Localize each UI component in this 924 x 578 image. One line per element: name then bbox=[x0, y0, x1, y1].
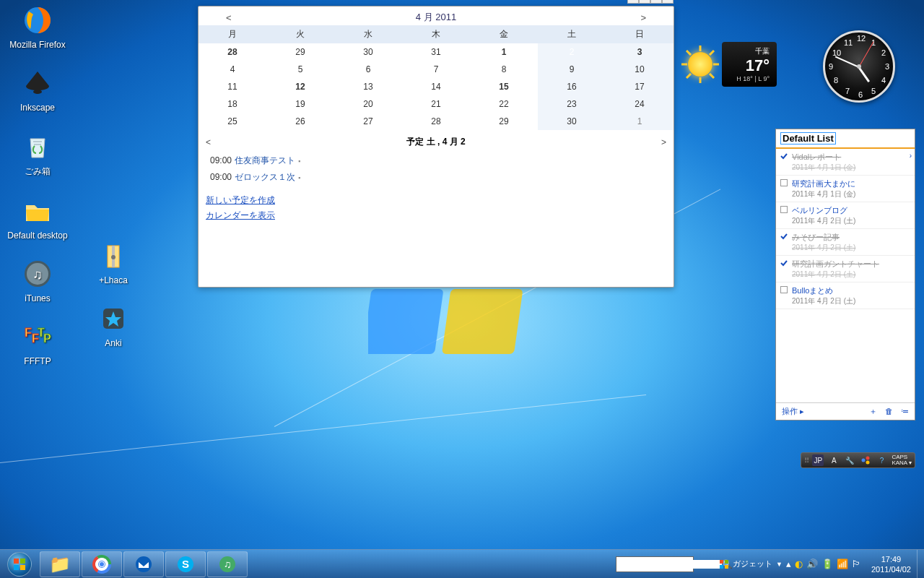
search-box[interactable]: 🔍 bbox=[616, 556, 694, 572]
calendar-day[interactable]: 18 bbox=[199, 95, 266, 113]
desktop-icon-itunes[interactable]: ♫iTunes bbox=[3, 256, 72, 303]
calendar-day[interactable]: 21 bbox=[402, 95, 470, 113]
calendar-day[interactable]: 2 bbox=[538, 43, 606, 61]
delete-icon[interactable]: 🗑 bbox=[885, 407, 893, 415]
show-desktop[interactable] bbox=[917, 550, 924, 579]
calendar-day[interactable]: 9 bbox=[538, 61, 606, 78]
calendar-day[interactable]: 13 bbox=[334, 78, 402, 95]
add-icon[interactable]: ＋ bbox=[869, 407, 877, 415]
calendar-day[interactable]: 1 bbox=[606, 113, 674, 130]
taskbar-chrome[interactable] bbox=[82, 551, 122, 577]
calendar-day[interactable]: 11 bbox=[199, 78, 266, 95]
calendar-day[interactable]: 12 bbox=[266, 78, 334, 95]
calendar-day[interactable]: 10 bbox=[606, 61, 674, 78]
chevron-right-icon[interactable]: › bbox=[910, 152, 912, 160]
calendar-day[interactable]: 31 bbox=[402, 43, 470, 61]
calendar-next-btn[interactable]: › bbox=[639, 0, 650, 4]
calendar-day[interactable]: 6 bbox=[334, 61, 402, 78]
clock-gadget[interactable]: 12 3 6 9 1 2 4 5 7 8 10 11 bbox=[823, 30, 895, 103]
tray-gadget-label[interactable]: ガジェット bbox=[733, 558, 772, 569]
calendar-day[interactable]: 5 bbox=[266, 61, 334, 78]
tray-shield-icon[interactable]: ◐ bbox=[795, 558, 803, 569]
weather-gadget[interactable]: 千葉 17° H 18° | L 9° bbox=[679, 39, 787, 90]
tray-up2-icon[interactable]: ▴ bbox=[786, 558, 791, 569]
ime-google-icon[interactable] bbox=[860, 454, 871, 466]
calendar-prev-btn[interactable]: ‹ bbox=[627, 0, 639, 4]
agenda-event[interactable]: 09:00住友商事テスト▪ bbox=[206, 152, 666, 169]
calendar-min-btn[interactable]: – bbox=[650, 0, 662, 4]
check-icon[interactable] bbox=[780, 259, 788, 267]
check-icon[interactable] bbox=[780, 233, 788, 240]
todo-item[interactable]: Bulloまとめ2011年 4月 2日 (土) bbox=[776, 282, 915, 309]
todo-item[interactable]: 研究計画ガントチャート2011年 4月 2日 (土) bbox=[776, 256, 915, 282]
calendar-day[interactable]: 24 bbox=[606, 95, 674, 113]
ime-lang[interactable]: JP bbox=[812, 454, 824, 466]
tray-gadget-icon[interactable] bbox=[719, 559, 729, 569]
ime-tool-icon[interactable]: 🔧 bbox=[844, 454, 855, 466]
calendar-day[interactable]: 25 bbox=[199, 113, 266, 130]
calendar-day[interactable]: 4 bbox=[199, 61, 266, 78]
ime-caps-kana[interactable]: CAPSKANA ▾ bbox=[892, 454, 912, 466]
tray-clock[interactable]: 17:49 2011/04/02 bbox=[866, 554, 917, 574]
todo-item[interactable]: Vidalレポート2011年 4月 1日 (金)› bbox=[776, 149, 915, 176]
tray-gadget-dropdown[interactable]: ▼ bbox=[776, 561, 783, 568]
desktop-icon-folder[interactable]: Default desktop bbox=[3, 194, 72, 241]
calendar-day[interactable]: 17 bbox=[606, 78, 674, 95]
calendar-day[interactable]: 20 bbox=[334, 95, 402, 113]
ime-toolbar[interactable]: ⠿ JP A 🔧 ? CAPSKANA ▾ bbox=[801, 452, 915, 468]
taskbar-explorer[interactable]: 📁 bbox=[40, 551, 80, 577]
desktop-icon-recycle[interactable]: ごみ箱 bbox=[3, 129, 72, 178]
show-calendar-link[interactable]: カレンダーを表示 bbox=[206, 210, 275, 222]
calendar-day[interactable]: 23 bbox=[538, 95, 606, 113]
calendar-day[interactable]: 30 bbox=[334, 43, 402, 61]
tray-network-icon[interactable]: 📶 bbox=[837, 558, 848, 569]
ime-mode[interactable]: A bbox=[828, 454, 840, 466]
calendar-day[interactable]: 22 bbox=[470, 95, 538, 113]
taskbar-thunderbird[interactable] bbox=[123, 551, 164, 577]
agenda-event[interactable]: 09:00ゼロックス１次▪ bbox=[206, 169, 666, 186]
tray-power-icon[interactable]: 🔋 bbox=[821, 558, 833, 569]
new-event-link[interactable]: 新しい予定を作成 bbox=[206, 194, 275, 207]
check-icon[interactable] bbox=[780, 152, 788, 160]
calendar-day[interactable]: 29 bbox=[266, 43, 334, 61]
agenda-prev[interactable]: < bbox=[206, 137, 211, 147]
tray-volume-icon[interactable]: 🔊 bbox=[806, 558, 818, 569]
checkbox-icon[interactable] bbox=[780, 179, 788, 186]
taskbar-skype[interactable]: S bbox=[165, 551, 206, 577]
agenda-next[interactable]: > bbox=[661, 137, 666, 147]
calendar-day[interactable]: 29 bbox=[470, 113, 538, 130]
calendar-day[interactable]: 3 bbox=[606, 43, 674, 61]
checkbox-icon[interactable] bbox=[780, 286, 788, 293]
month-prev[interactable]: < bbox=[220, 12, 237, 23]
tray-up-icon[interactable]: ▴ bbox=[710, 558, 715, 569]
calendar-day[interactable]: 30 bbox=[538, 113, 606, 130]
calendar-day[interactable]: 8 bbox=[470, 61, 538, 78]
todo-list-name[interactable]: Default List bbox=[780, 132, 836, 144]
desktop-icon-firefox[interactable]: Mozilla Firefox bbox=[3, 3, 72, 50]
calendar-day[interactable]: 28 bbox=[199, 43, 266, 61]
grip-icon[interactable]: ⠿ bbox=[804, 457, 808, 465]
calendar-day[interactable]: 16 bbox=[538, 78, 606, 95]
start-button[interactable] bbox=[0, 550, 39, 579]
calendar-day[interactable]: 14 bbox=[402, 78, 470, 95]
checkbox-icon[interactable] bbox=[780, 206, 788, 213]
todo-item[interactable]: 研究計画大まかに2011年 4月 1日 (金) bbox=[776, 176, 915, 202]
calendar-day[interactable]: 7 bbox=[402, 61, 470, 78]
list-icon[interactable]: ≔ bbox=[901, 407, 909, 415]
taskbar-itunes[interactable]: ♫ bbox=[207, 551, 248, 577]
calendar-day[interactable]: 26 bbox=[266, 113, 334, 130]
tray-action-icon[interactable]: 🏳 bbox=[852, 558, 861, 569]
calendar-day[interactable]: 15 bbox=[470, 78, 538, 95]
todo-item[interactable]: ベルリンブログ2011年 4月 2日 (土) bbox=[776, 202, 915, 229]
calendar-day[interactable]: 19 bbox=[266, 95, 334, 113]
desktop-icon-anki[interactable]: Anki bbox=[79, 301, 148, 348]
calendar-close-btn[interactable]: × bbox=[662, 0, 674, 4]
search-dropdown[interactable]: ▼ bbox=[695, 561, 702, 568]
calendar-day[interactable]: 28 bbox=[402, 113, 470, 130]
todo-action-menu[interactable]: 操作 ▸ bbox=[782, 406, 804, 417]
calendar-day[interactable]: 27 bbox=[334, 113, 402, 130]
month-next[interactable]: > bbox=[635, 12, 652, 23]
ime-help-icon[interactable]: ? bbox=[876, 454, 887, 466]
calendar-day[interactable]: 1 bbox=[470, 43, 538, 61]
desktop-icon-inkscape[interactable]: Inkscape bbox=[3, 66, 72, 113]
